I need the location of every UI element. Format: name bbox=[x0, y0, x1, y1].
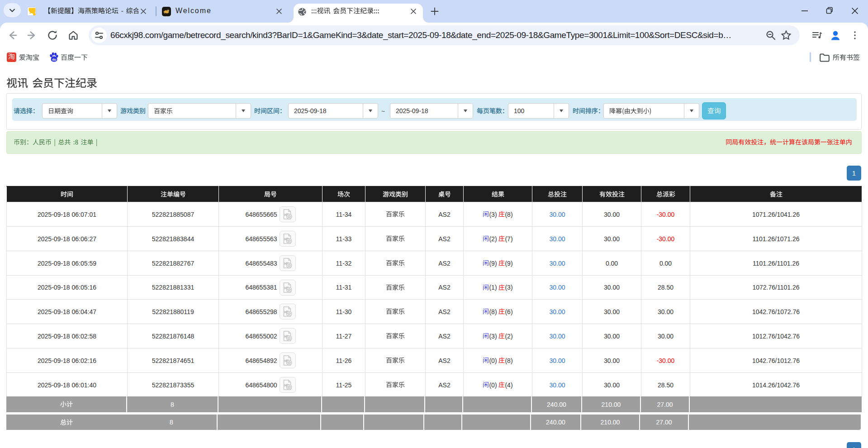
svg-text:du: du bbox=[52, 57, 57, 62]
